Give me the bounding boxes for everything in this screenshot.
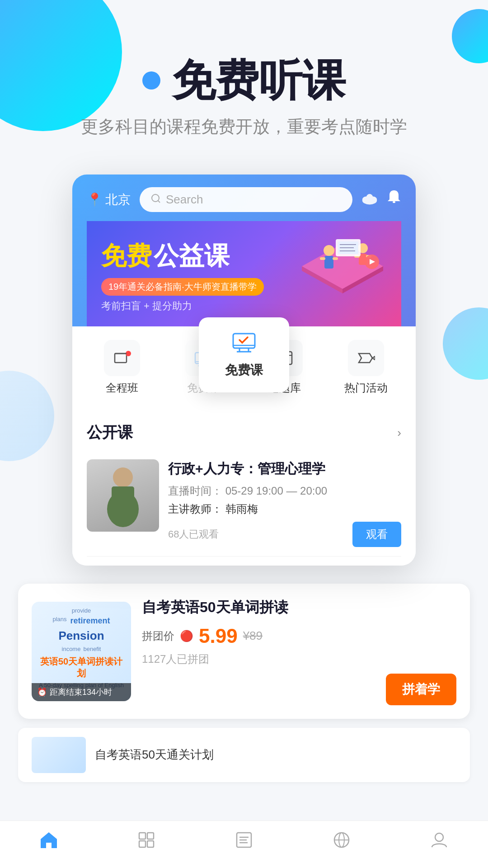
app-header: 📍 北京 Search (72, 175, 416, 326)
product-preview: 自考英语50天通关计划 (18, 728, 470, 782)
svg-line-1 (158, 200, 160, 202)
bottom-nav-questions[interactable] (195, 830, 293, 854)
nav-icon-0 (104, 340, 140, 376)
svg-rect-11 (324, 256, 333, 269)
svg-marker-49 (41, 832, 57, 848)
course-card: 行政+人力专：管理心理学 直播时间： 05-29 19:00 — 20:00 主… (87, 450, 401, 557)
app-header-top: 📍 北京 Search (87, 187, 401, 212)
teacher-photo (87, 459, 159, 532)
svg-rect-13 (333, 257, 338, 260)
course-title: 行政+人力专：管理心理学 (168, 459, 401, 478)
preview-title: 自考英语50天通关计划 (95, 747, 214, 763)
discover-icon (332, 830, 352, 854)
bg-circle-left (0, 371, 54, 461)
location-button[interactable]: 📍 北京 (87, 191, 131, 208)
product-users: 1127人已拼团 (142, 652, 456, 666)
preview-thumbnail (32, 737, 86, 773)
banner-title-free: 免费 (101, 241, 152, 270)
banner-title-main: 公益课 (154, 241, 230, 270)
nav-label-3: 热门活动 (344, 381, 388, 395)
watch-button[interactable]: 观看 (352, 522, 401, 547)
svg-point-6 (393, 201, 395, 203)
section-title: 公开课 (87, 422, 133, 443)
course-info: 行政+人力专：管理心理学 直播时间： 05-29 19:00 — 20:00 主… (168, 459, 401, 547)
hero-title: 免费听课 (172, 54, 346, 106)
nav-icon-3 (348, 340, 384, 376)
hero-dot (142, 71, 160, 90)
svg-marker-37 (359, 354, 372, 363)
hero-section: 免费听课 更多科目的课程免费开放，重要考点随时学 (0, 0, 488, 156)
product-title: 自考英语50天单词拼读 (142, 597, 456, 618)
svg-rect-51 (147, 833, 154, 839)
course-teacher-name: 韩雨梅 (225, 503, 258, 515)
clock-icon: ⏰ (37, 687, 47, 697)
svg-rect-48 (112, 486, 134, 511)
banner-illustration (293, 226, 392, 302)
nav-label-0: 全程班 (106, 381, 138, 395)
product-price-row: 拼团价 🔴 5.99 ¥89 (142, 625, 456, 647)
app-mockup: 📍 北京 Search (72, 175, 416, 566)
profile-icon (429, 830, 449, 854)
nav-section: 全程班 免费课 (72, 326, 416, 404)
svg-rect-50 (139, 833, 145, 839)
course-thumbnail (87, 459, 159, 532)
product-info: 自考英语50天单词拼读 拼团价 🔴 5.99 ¥89 1127人已拼团 拼着学 (142, 597, 456, 705)
course-footer: 68人已观看 观看 (168, 522, 401, 547)
courses-icon (136, 830, 156, 854)
price-main: 5.99 (199, 625, 238, 647)
search-placeholder: Search (166, 193, 203, 207)
bottom-nav-discover[interactable] (293, 830, 390, 854)
course-teacher: 主讲教师： 韩雨梅 (168, 502, 401, 516)
banner: 免费 公益课 19年通关必备指南·大牛师资直播带学 考前扫盲 + 提分助力 (87, 221, 401, 326)
nav-popup-label: 免费课 (225, 362, 263, 379)
nav-popup-icon (231, 331, 257, 357)
banner-badge: 19年通关必备指南·大牛师资直播带学 (101, 278, 264, 296)
course-teacher-label: 主讲教师： (168, 503, 222, 515)
search-icon (150, 193, 161, 207)
bell-icon[interactable] (387, 189, 401, 210)
svg-rect-25 (115, 354, 127, 363)
bg-circle-right (443, 307, 488, 380)
svg-rect-12 (320, 257, 325, 260)
section-more[interactable]: › (397, 426, 401, 440)
nav-item-3[interactable]: 热门活动 (325, 340, 407, 395)
bottom-nav-home[interactable] (0, 830, 98, 854)
svg-point-61 (435, 833, 443, 841)
cloud-icon[interactable] (361, 190, 378, 209)
svg-rect-53 (147, 841, 154, 847)
svg-point-10 (324, 245, 334, 256)
svg-rect-52 (139, 841, 145, 847)
questions-icon (234, 830, 254, 854)
product-section: provide plans retirement Pension income … (18, 584, 470, 719)
course-time-label: 直播时间： (168, 485, 222, 497)
svg-point-0 (152, 194, 159, 202)
course-time-value: 05-29 19:00 — 20:00 (225, 485, 328, 497)
course-time: 直播时间： 05-29 19:00 — 20:00 (168, 484, 401, 498)
countdown-text: 距离结束134小时 (50, 687, 112, 698)
bottom-nav-profile[interactable] (390, 830, 488, 854)
price-original: ¥89 (243, 629, 263, 643)
svg-point-46 (113, 467, 133, 487)
nav-item-0[interactable]: 全程班 (81, 340, 163, 395)
hero-subtitle: 更多科目的课程免费开放，重要考点随时学 (27, 115, 461, 138)
course-views: 68人已观看 (168, 528, 219, 541)
price-label: 拼团价 (142, 629, 174, 643)
svg-point-5 (366, 194, 373, 200)
nav-popup: 免费课 (199, 317, 289, 392)
price-icon: 🔴 (180, 630, 193, 642)
location-text: 北京 (105, 191, 131, 208)
product-image: provide plans retirement Pension income … (32, 602, 131, 701)
search-bar[interactable]: Search (140, 187, 352, 212)
home-icon (39, 830, 59, 854)
header-icons (361, 189, 401, 210)
location-icon: 📍 (87, 192, 103, 207)
section-header: 公开课 › (87, 413, 401, 450)
product-countdown: ⏰ 距离结束134小时 (32, 683, 131, 701)
bottom-nav (0, 821, 488, 868)
courses-section: 公开课 › 行政+人力专：管理心理学 直播时间： 05-29 19:0 (72, 404, 416, 566)
bottom-nav-courses[interactable] (98, 830, 195, 854)
join-button[interactable]: 拼着学 (386, 674, 456, 705)
